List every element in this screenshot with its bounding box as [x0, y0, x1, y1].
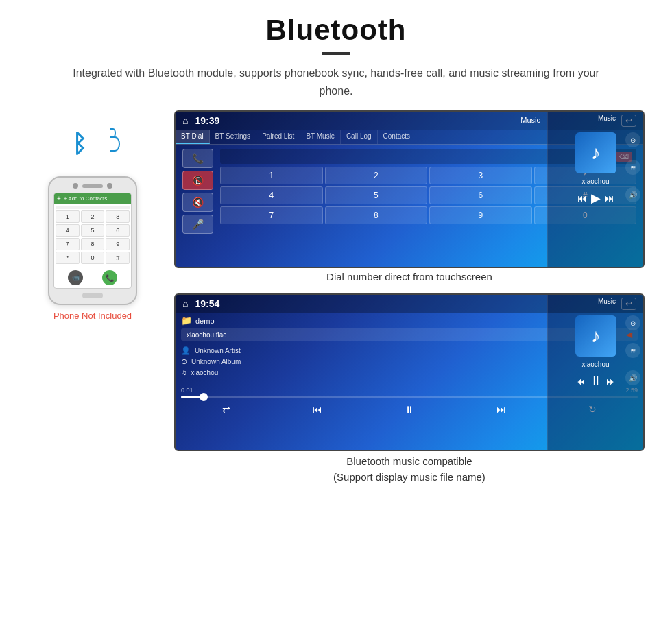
wave-2-icon: [110, 136, 120, 152]
video-call-button[interactable]: 📹: [68, 270, 83, 285]
dial-key-3[interactable]: 3: [106, 210, 130, 223]
play-button-1[interactable]: ▶: [591, 191, 601, 206]
screen2-wrapper: ⌂ 19:54 ↩ 📁 demo xiaochou.flac: [174, 293, 645, 485]
artist-name-2: xiaochou: [581, 361, 609, 368]
side-icons-2: ⊙ ≋ 🔊: [625, 315, 640, 385]
phone-sensor-icon: [107, 183, 112, 189]
key-2[interactable]: 2: [325, 167, 428, 184]
track-name: xiaochou: [191, 369, 218, 376]
phone-dial-grid: 1 2 3 4 5 6 7 8 9 * 0 #: [54, 204, 131, 267]
call-control-button[interactable]: 📞: [182, 149, 213, 168]
user-icon: 👤: [181, 346, 191, 355]
signal-waves-icon: [110, 124, 120, 152]
phone-section: ᛒ + + Add to Contacts: [27, 110, 158, 321]
mute-button[interactable]: 🔇: [182, 193, 213, 212]
screenshots-section: ⌂ 19:39 ↩ Music BT Dial BT Settings Pair…: [174, 110, 645, 485]
shuffle-button-2[interactable]: ⇄: [222, 404, 230, 415]
title-divider: [322, 52, 350, 55]
pause-button-3[interactable]: ⏸: [590, 374, 602, 388]
artist-name-1: xiaochou: [581, 178, 609, 185]
bluetooth-icon-wrapper: ᛒ: [65, 124, 120, 172]
album-art-2: ♪: [575, 315, 616, 357]
music-controls-2: ⏮ ⏸ ⏭: [576, 374, 616, 388]
speaker-icon-2[interactable]: 🔊: [625, 370, 640, 385]
pause-button-2[interactable]: ⏸: [405, 404, 414, 415]
tab-bt-music[interactable]: BT Music: [300, 130, 341, 144]
dial-key-2[interactable]: 2: [81, 210, 105, 223]
track-artist: Unknown Artist: [195, 347, 241, 354]
music-icon: ♫: [181, 368, 187, 376]
key-6[interactable]: 6: [429, 186, 532, 204]
screen2-home-icon[interactable]: ⌂: [182, 298, 188, 309]
page-title: Bluetooth: [27, 14, 645, 47]
dial-key-4[interactable]: 4: [56, 224, 80, 237]
dial-key-8[interactable]: 8: [81, 238, 105, 250]
prev-button-2[interactable]: ⏮: [313, 404, 322, 415]
key-7[interactable]: 7: [220, 206, 323, 224]
key-4[interactable]: 4: [220, 186, 323, 204]
next-button-2[interactable]: ⏭: [496, 404, 506, 415]
tab-call-log[interactable]: Call Log: [341, 130, 378, 144]
dial-key-1[interactable]: 1: [56, 210, 80, 223]
screen1-caption: Dial number direct from touchscreen: [174, 271, 645, 282]
phone-top-bar: [53, 183, 132, 189]
add-contact-icon: +: [57, 195, 61, 202]
dial-key-hash[interactable]: #: [106, 252, 130, 264]
progress-thumb[interactable]: [200, 393, 208, 401]
screen1-home-icon[interactable]: ⌂: [182, 115, 188, 126]
music-panel-1: Music ♪ xiaochou ⏮ ▶ ⏭ ⊙ ≋: [547, 112, 643, 267]
folder-name: demo: [195, 317, 215, 325]
dial-key-6[interactable]: 6: [106, 224, 130, 237]
prev-button-3[interactable]: ⏮: [576, 376, 586, 387]
equalizer-icon-2[interactable]: ≋: [625, 343, 640, 358]
key-1[interactable]: 1: [220, 167, 323, 184]
car-screen-2: ⌂ 19:54 ↩ 📁 demo xiaochou.flac: [174, 293, 645, 451]
screen1-wrapper: ⌂ 19:39 ↩ Music BT Dial BT Settings Pair…: [174, 110, 645, 282]
phone-mockup: + + Add to Contacts 1 2 3 4 5 6 7 8 9: [48, 176, 137, 305]
tab-contacts[interactable]: Contacts: [378, 130, 416, 144]
folder-icon: 📁: [181, 315, 192, 326]
dial-key-0[interactable]: 0: [81, 252, 105, 264]
header-section: Bluetooth Integrated with Bluetooth modu…: [27, 14, 645, 99]
phone-not-included-label: Phone Not Included: [53, 311, 132, 321]
phone-dial-display: [56, 206, 130, 209]
dial-key-star[interactable]: *: [56, 252, 80, 264]
tab-bt-dial[interactable]: BT Dial: [176, 130, 210, 144]
dial-controls: 📞 📵 🔇 🎤: [182, 149, 213, 234]
dial-key-7[interactable]: 7: [56, 238, 80, 250]
settings-icon-1[interactable]: ⊙: [625, 132, 640, 147]
subtitle: Integrated with Bluetooth module, suppor…: [69, 64, 603, 99]
next-button-1[interactable]: ⏭: [605, 193, 614, 204]
key-9[interactable]: 9: [429, 206, 532, 224]
equalizer-icon-1[interactable]: ≋: [625, 160, 640, 175]
phone-home-button[interactable]: [82, 293, 103, 298]
dial-key-5[interactable]: 5: [81, 224, 105, 237]
speaker-icon-1[interactable]: 🔊: [625, 187, 640, 202]
end-call-button[interactable]: 📵: [182, 171, 213, 190]
caption-line1: Bluetooth music compatible: [346, 455, 472, 467]
track-album: Unknown Album: [191, 358, 241, 365]
screen2-caption: Bluetooth music compatible (Support disp…: [174, 454, 645, 485]
prev-button-1[interactable]: ⏮: [577, 193, 587, 204]
key-5[interactable]: 5: [325, 186, 428, 204]
content-row: ᛒ + + Add to Contacts: [27, 110, 645, 485]
add-contacts-label: + Add to Contacts: [64, 195, 107, 202]
key-8[interactable]: 8: [325, 206, 428, 224]
settings-icon-2[interactable]: ⊙: [625, 315, 640, 330]
phone-bottom-row: 📹 📞: [54, 267, 131, 288]
album-icon: ⊙: [181, 357, 187, 366]
tab-bt-settings[interactable]: BT Settings: [210, 130, 257, 144]
next-button-3[interactable]: ⏭: [606, 376, 616, 387]
key-3[interactable]: 3: [429, 167, 532, 184]
music-note-icon-2: ♪: [591, 325, 601, 347]
side-icons-1: ⊙ ≋ 🔊: [625, 132, 640, 202]
mic-button[interactable]: 🎤: [182, 215, 213, 234]
dial-key-9[interactable]: 9: [106, 238, 130, 250]
car-screen-1: ⌂ 19:39 ↩ Music BT Dial BT Settings Pair…: [174, 110, 645, 268]
phone-screen-header: + + Add to Contacts: [54, 193, 131, 204]
tab-paired-list[interactable]: Paired List: [256, 130, 300, 144]
page-container: Bluetooth Integrated with Bluetooth modu…: [0, 0, 672, 512]
time-start: 0:01: [181, 387, 193, 394]
file-name: xiaochou.flac: [187, 331, 226, 339]
call-button[interactable]: 📞: [102, 270, 117, 285]
